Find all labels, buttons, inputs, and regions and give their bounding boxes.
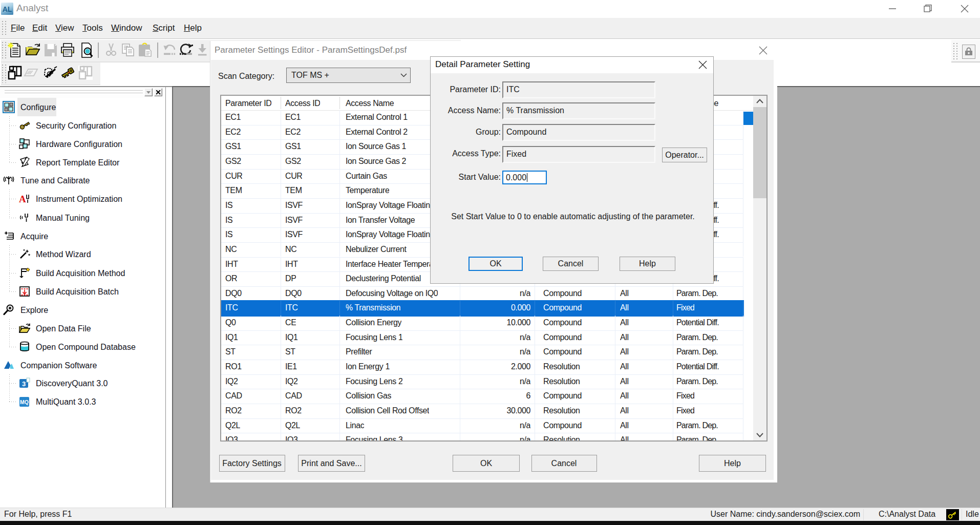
svg-text:3: 3 xyxy=(22,380,26,388)
svg-text:A: A xyxy=(19,194,26,204)
svg-text:MQ: MQ xyxy=(20,399,29,405)
svg-text:AL: AL xyxy=(3,5,12,13)
